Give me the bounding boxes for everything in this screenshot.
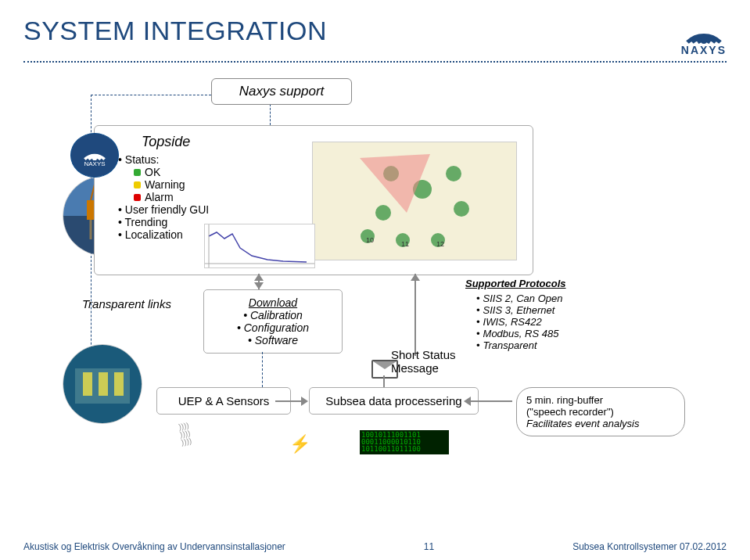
mini-logo: NAXYS bbox=[70, 133, 119, 178]
header-rule bbox=[23, 61, 727, 63]
footer-right: Subsea Kontrollsystemer 07.02.2012 bbox=[572, 541, 727, 552]
subsea-processing-box: Subsea data processering bbox=[309, 387, 479, 415]
svg-rect-28 bbox=[99, 372, 108, 396]
protocols-box: Supported Protocols SIIS 2, Can Open SII… bbox=[465, 278, 566, 351]
svg-text:11: 11 bbox=[401, 240, 409, 248]
brand-name: NAXYS bbox=[681, 44, 727, 56]
status-label: • Status: bbox=[118, 153, 209, 166]
download-item: • Software bbox=[210, 334, 336, 346]
trend-chart bbox=[204, 224, 315, 268]
ring-buffer-l1: 5 min. ring-buffer bbox=[526, 394, 675, 406]
protocol-item: Modbus, RS 485 bbox=[476, 328, 566, 339]
acoustic-wave-icon: )))))))))))) bbox=[178, 422, 192, 447]
connector bbox=[262, 352, 263, 387]
status-warning: Warning bbox=[134, 178, 209, 191]
topside-title: Topside bbox=[142, 134, 209, 150]
arrow-down-icon bbox=[254, 282, 264, 289]
subsea-image bbox=[63, 344, 142, 424]
svg-point-14 bbox=[454, 201, 469, 217]
protocol-item: IWIS, RS422 bbox=[476, 316, 566, 328]
protocol-item: SIIS 2, Can Open bbox=[476, 293, 566, 304]
connector bbox=[270, 104, 271, 125]
svg-text:12: 12 bbox=[436, 240, 444, 248]
arrow-right-icon bbox=[301, 397, 308, 406]
arrow-left-icon bbox=[464, 397, 471, 406]
short-status-label: Short StatusMessage bbox=[391, 348, 456, 375]
protocol-item: SIIS 3, Ethernet bbox=[476, 304, 566, 316]
download-item: • Configuration bbox=[210, 321, 336, 334]
connector bbox=[383, 375, 385, 387]
topside-item-localization: • Localization bbox=[118, 228, 209, 241]
layout-diagram: 101112 bbox=[312, 142, 517, 260]
ring-buffer-box: 5 min. ring-buffer ("speech recorder") F… bbox=[516, 387, 685, 436]
protocols-header: Supported Protocols bbox=[465, 278, 566, 289]
ring-buffer-l2: ("speech recorder") bbox=[526, 406, 675, 418]
svg-point-0 bbox=[701, 38, 707, 44]
uep-sensors-box: UEP & A Sensors bbox=[156, 387, 291, 415]
svg-rect-27 bbox=[83, 372, 92, 396]
ring-buffer-l3: Facilitates event analysis bbox=[526, 418, 675, 429]
footer: Akustisk og Elektrisk Overvåkning av Und… bbox=[23, 541, 727, 552]
status-alarm: Alarm bbox=[134, 191, 209, 203]
connector bbox=[414, 274, 416, 356]
naxys-support-box: Naxys support bbox=[211, 78, 352, 105]
download-item: • Calibration bbox=[210, 309, 336, 321]
page-number: 11 bbox=[424, 541, 434, 552]
transparent-links-label: Transparent links bbox=[82, 297, 171, 311]
svg-point-12 bbox=[446, 166, 461, 181]
svg-text:10: 10 bbox=[366, 236, 374, 244]
page-title: SYSTEM INTEGRATION bbox=[23, 16, 327, 46]
svg-point-13 bbox=[375, 205, 391, 221]
svg-rect-22 bbox=[205, 224, 314, 267]
download-box: Download • Calibration • Configuration •… bbox=[203, 289, 343, 354]
connector bbox=[465, 400, 512, 402]
binary-icon: 10010111001101 00011000010110 1011001101… bbox=[360, 430, 449, 454]
footer-left: Akustisk og Elektrisk Overvåkning av Und… bbox=[23, 541, 285, 552]
connector bbox=[91, 95, 211, 95]
status-ok: OK bbox=[134, 166, 209, 178]
topside-item-gui: • User friendly GUI bbox=[118, 203, 209, 216]
arrow-up-icon bbox=[411, 274, 420, 281]
bolt-icon: ⚡ bbox=[289, 434, 310, 454]
topside-item-trending: • Trending bbox=[118, 216, 209, 228]
brand-logo: NAXYS bbox=[681, 16, 727, 56]
protocol-item: Transparent bbox=[476, 339, 566, 351]
svg-rect-29 bbox=[114, 372, 124, 396]
topside-box: Topside • Status: OK Warning Alarm • Use… bbox=[94, 125, 533, 275]
download-title: Download bbox=[210, 296, 336, 309]
arrow-up-icon bbox=[254, 274, 264, 281]
